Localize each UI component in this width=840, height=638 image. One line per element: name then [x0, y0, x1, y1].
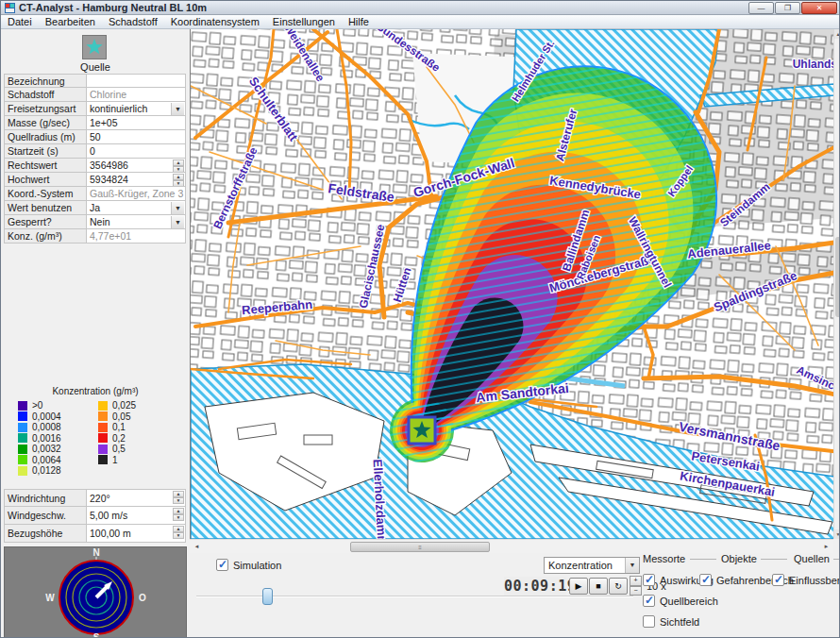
spinner-buttons[interactable]: ▲▼ — [173, 174, 184, 186]
compass-south: S — [93, 632, 100, 638]
compass-west: W — [45, 593, 55, 603]
freisetzungsart-dropdown[interactable]: kontinuierlich▼ — [86, 102, 186, 116]
time-slider-thumb[interactable] — [262, 588, 273, 605]
source-tool-label: Quelle — [1, 61, 190, 73]
scroll-up-icon[interactable]: ▲ — [834, 29, 840, 39]
legend-swatch — [18, 423, 27, 432]
legend-swatch — [98, 455, 108, 464]
simulation-checkbox[interactable] — [216, 559, 228, 571]
vertical-scroll-thumb[interactable] — [835, 237, 840, 317]
wert-benutzen-dropdown[interactable]: Ja▼ — [86, 201, 186, 215]
menu-item[interactable]: Koordinatensystem — [164, 15, 266, 28]
spinner-buttons[interactable]: ▲▼ — [173, 160, 184, 172]
legend-swatch — [98, 411, 108, 421]
menu-item[interactable]: Bearbeiten — [39, 15, 102, 28]
chevron-down-icon[interactable]: ▼ — [625, 558, 639, 573]
simulation-controls: Simulation Konzentration ▼ 00:09:19 ▶ ■ … — [190, 553, 840, 638]
chevron-down-icon[interactable]: ▼ — [171, 202, 184, 214]
field-koordsystem: Koord.-System Gauß-Krüger, Zone 3 — [4, 187, 186, 201]
field-rechtswert: Rechtswert 3564986▲▼ — [4, 159, 186, 173]
loop-button[interactable]: ↻ — [609, 578, 628, 595]
legend-entry: 0,2 — [98, 433, 136, 445]
group-title-messorte: Messorte — [643, 553, 685, 564]
windrichtung-input[interactable]: 220°▲▼ — [86, 489, 186, 507]
minimize-button[interactable]: — — [748, 2, 774, 14]
legend-swatch — [18, 433, 27, 443]
app-window: CT-Analyst - Hamburg Neutral BL 10m — ❐ … — [0, 0, 840, 638]
map-vertical-scrollbar[interactable]: ▲ ▼ — [833, 29, 840, 539]
field-schadstoff: Schadstoff Chlorine — [4, 88, 186, 102]
spinner-buttons[interactable]: ▲▼ — [173, 491, 184, 503]
checkbox[interactable] — [643, 615, 655, 628]
field-masse: Masse (g/sec) 1e+05 — [4, 116, 186, 130]
rechtswert-input[interactable]: 3564986▲▼ — [86, 159, 186, 173]
legend-entry: 0,05 — [98, 411, 136, 423]
street-label: Uhlandstraße — [793, 58, 834, 71]
play-button[interactable]: ▶ — [569, 578, 588, 595]
close-button[interactable]: ✕ — [801, 2, 837, 14]
minus-icon: − — [630, 586, 642, 596]
legend-title: Konzentration (g/m³) — [1, 386, 190, 396]
source-properties-panel: Quelle Bezeichnung Schadstoff Chlorine F… — [1, 29, 190, 638]
group-title-quellen: Quellen — [794, 553, 830, 564]
koordsystem-value: Gauß-Krüger, Zone 3 — [86, 187, 186, 201]
legend-swatch — [98, 433, 108, 443]
map-viewport[interactable]: SchulterblattBernstorffstraßeWeidenallee… — [190, 29, 833, 539]
legend-swatch — [98, 445, 108, 454]
field-windgeschw: Windgeschw. 5,00 m/s▲▼ — [4, 507, 186, 525]
masse-input[interactable]: 1e+05 — [86, 116, 186, 130]
checkbox[interactable] — [643, 574, 655, 586]
menu-bar: DateiBearbeitenSchadstoffKoordinatensyst… — [1, 15, 840, 29]
hochwert-input[interactable]: 5934824▲▼ — [86, 173, 186, 187]
stop-button[interactable]: ■ — [589, 578, 608, 595]
city-map[interactable]: SchulterblattBernstorffstraßeWeidenallee… — [191, 29, 834, 539]
compass-east: O — [139, 593, 146, 603]
field-bezugshoehe: Bezugshöhe 100,00 m▲▼ — [4, 525, 186, 543]
bezeichnung-input[interactable] — [86, 74, 186, 88]
legend-swatch — [98, 401, 108, 411]
scroll-right-icon[interactable]: ► — [819, 540, 833, 554]
legend-entry: 0,0008 — [18, 422, 61, 433]
checkbox[interactable] — [772, 574, 784, 586]
menu-item[interactable]: Schadstoff — [102, 15, 164, 28]
field-startzeit: Startzeit (s) 0 — [4, 144, 186, 159]
legend-entry: 0,0032 — [18, 444, 61, 455]
source-marker[interactable] — [409, 417, 435, 444]
wind-compass[interactable]: N S W O — [4, 546, 187, 638]
scroll-down-icon[interactable]: ▼ — [834, 529, 840, 539]
simulation-label: Simulation — [233, 560, 281, 571]
group-title-objekte: Objekte — [721, 553, 757, 564]
display-mode-dropdown[interactable]: Konzentration ▼ — [544, 557, 640, 574]
title-bar[interactable]: CT-Analyst - Hamburg Neutral BL 10m — ❐ … — [1, 1, 840, 15]
simulation-clock: 00:09:19 — [504, 577, 566, 596]
checkbox-row: Sichtfeld — [643, 615, 699, 628]
speed-spinner[interactable]: +− — [630, 576, 642, 596]
spinner-buttons[interactable]: ▲▼ — [173, 526, 184, 538]
horizontal-scroll-thumb[interactable]: ≡ — [350, 542, 490, 552]
gesperrt-dropdown[interactable]: Nein▼ — [86, 215, 186, 229]
bezugshoehe-input[interactable]: 100,00 m▲▼ — [86, 525, 186, 543]
field-gesperrt: Gesperrt? Nein▼ — [4, 215, 186, 229]
field-hochwert: Hochwert 5934824▲▼ — [4, 173, 186, 187]
spinner-buttons[interactable]: ▲▼ — [173, 508, 184, 520]
windgeschw-input[interactable]: 5,00 m/s▲▼ — [86, 507, 186, 525]
menu-item[interactable]: Einstellungen — [266, 15, 342, 28]
scroll-left-icon[interactable]: ◄ — [190, 540, 204, 554]
checkbox[interactable] — [643, 595, 655, 607]
field-konz: Konz. (g/m³) 4,77e+01 — [4, 229, 186, 243]
window-title: CT-Analyst - Hamburg Neutral BL 10m — [19, 2, 207, 13]
menu-item[interactable]: Hilfe — [342, 15, 376, 28]
menu-item[interactable]: Datei — [1, 15, 39, 28]
chevron-down-icon[interactable]: ▼ — [171, 216, 184, 228]
chevron-down-icon[interactable]: ▼ — [171, 103, 184, 115]
map-horizontal-scrollbar[interactable]: ◄ ≡ ► — [190, 539, 833, 553]
maximize-button[interactable]: ❐ — [775, 2, 800, 14]
source-tool-button[interactable] — [82, 35, 107, 59]
checkbox[interactable] — [699, 574, 712, 586]
legend-entry: 0,5 — [98, 444, 136, 455]
legend-swatch — [18, 455, 27, 464]
legend-entry: 0,025 — [98, 400, 136, 411]
legend-swatch — [18, 445, 27, 454]
quellradius-input[interactable]: 50 — [86, 130, 186, 144]
startzeit-input[interactable]: 0 — [86, 144, 186, 159]
